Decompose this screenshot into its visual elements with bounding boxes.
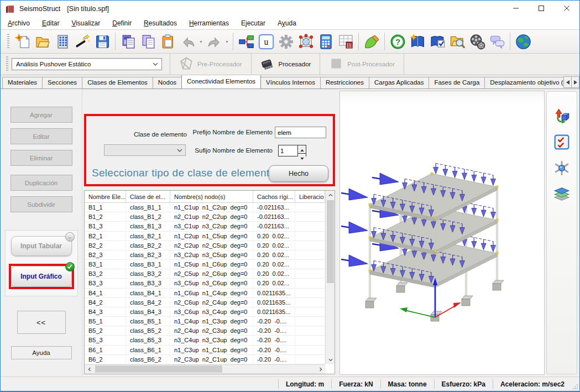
model-viewer-button[interactable] [296, 32, 316, 51]
column-header-nombre-ele[interactable]: Nombre Ele... [85, 191, 126, 202]
verification-book-button[interactable] [427, 32, 447, 51]
settings-gear-button[interactable] [276, 32, 296, 51]
tab-restricciones[interactable]: Restricciones [320, 77, 369, 88]
tab-materiales[interactable]: Materiales [2, 77, 43, 88]
tab-fases-de-carga[interactable]: Fases de Carga [429, 77, 485, 88]
vertical-scrollbar[interactable] [325, 191, 335, 364]
suffix-input[interactable] [279, 145, 297, 156]
spinner-up-button[interactable] [298, 145, 306, 154]
column-header-cachos-rigi[interactable]: Cachos rígi... [253, 191, 295, 202]
undo-button[interactable] [178, 32, 198, 51]
phase-procesador-button[interactable]: Procesador [252, 54, 321, 75]
menu-item-visualizar[interactable]: Visualizar [65, 18, 106, 28]
tab-nodos[interactable]: Nodos [153, 77, 182, 88]
redo-button[interactable] [204, 32, 224, 51]
toolbar-grip[interactable] [7, 34, 9, 49]
tab-scroll-left-button[interactable] [563, 76, 572, 88]
tab-cargas-aplicadas[interactable]: Cargas Aplicadas [369, 77, 430, 88]
data-grid-button[interactable] [336, 32, 356, 51]
agregar-button[interactable]: Agregar [11, 107, 72, 123]
menu-item-definir[interactable]: Definir [106, 18, 138, 28]
tab-scroll-right-button[interactable] [571, 76, 579, 88]
calculator-button[interactable] [316, 32, 336, 51]
phase-pre-procesador-button[interactable]: Pre-Procesador [170, 54, 252, 75]
building-model-button[interactable] [53, 32, 72, 51]
undo-dropdown[interactable]: ▾ [198, 39, 204, 44]
table-row[interactable]: B3_2class_B3_2n2_C5up n2_C6up deg=00.20 … [85, 269, 335, 279]
resize-grip-icon[interactable] [572, 377, 579, 391]
connectivity-button[interactable] [236, 32, 256, 51]
menu-item-resultados[interactable]: Resultados [138, 18, 183, 28]
spinner-down-button[interactable] [298, 154, 306, 161]
node-axes-button[interactable] [552, 159, 571, 178]
table-row[interactable]: B1_2class_B1_2n2_C1up n2_C2up deg=0-0.02… [85, 212, 335, 222]
table-row[interactable]: B4_2class_B4_2n2_C6up n2_C4up deg=00.021… [85, 298, 335, 307]
save-button[interactable] [92, 32, 112, 51]
copy-model-button[interactable] [118, 32, 138, 51]
input-grafico-button[interactable]: Input Gráfico [11, 266, 72, 287]
tab-clases-de-elementos[interactable]: Clases de Elementos [82, 77, 153, 88]
help-button[interactable]: ? [388, 32, 407, 51]
website-globe-button[interactable] [513, 32, 533, 51]
element-class-select[interactable] [104, 144, 186, 156]
units-button[interactable]: u [256, 32, 276, 51]
menu-item-ejecutar[interactable]: Ejecutar [235, 18, 271, 28]
scroll-left-button[interactable] [85, 365, 94, 374]
table-row[interactable]: B6_2class_B6_2n2_C3up n2_C1up deg=0-0.20… [85, 355, 335, 364]
column-header-liberacio[interactable]: Liberacio [295, 191, 325, 202]
table-row[interactable]: B6_1class_B6_1n1_C3up n1_C1up deg=0-0.20… [85, 346, 335, 355]
video-tutorials-button[interactable] [467, 32, 487, 51]
table-row[interactable]: B5_2class_B5_2n2_C4up n2_C3up deg=0-0.20… [85, 326, 335, 336]
table-row[interactable]: B1_3class_B1_3n3_C1up n3_C2up deg=0-0.02… [85, 222, 335, 231]
horizontal-scrollbar[interactable] [85, 364, 325, 374]
title-bar[interactable]: SeismoStruct [Sin título.spf] [1, 1, 579, 17]
layers-button[interactable] [552, 185, 571, 204]
maximize-button[interactable] [529, 1, 554, 17]
scroll-down-button[interactable] [326, 356, 335, 364]
vertical-scroll-thumb[interactable] [327, 200, 334, 283]
menu-item-editar[interactable]: Editar [36, 18, 65, 28]
tab-vinculos-internos[interactable]: Vínculos Internos [260, 77, 321, 88]
table-row[interactable]: B4_1class_B4_1n1_C6up n1_C4up deg=00.021… [85, 289, 335, 298]
redo-dropdown[interactable]: ▾ [224, 39, 230, 44]
viewport-3d[interactable] [339, 91, 545, 375]
menu-item-ayuda[interactable]: Ayuda [271, 18, 302, 28]
table-row[interactable]: B1_1class_B1_1n1_C1up n1_C2up deg=0-0.02… [85, 203, 335, 212]
paste-button[interactable] [158, 32, 178, 51]
minimize-button[interactable] [503, 1, 529, 17]
format-brush-button[interactable] [362, 32, 382, 51]
example-search-button[interactable] [447, 32, 467, 51]
input-tabular-button[interactable]: Input Tabular .. [11, 236, 72, 256]
tab-conectividad-elementos[interactable]: Conectividad Elementos [181, 75, 261, 88]
table-row[interactable]: B2_1class_B2_1n1_C2up n1_C5up deg=00.20 … [85, 232, 335, 241]
analysis-type-select[interactable]: Análisis Pushover Estático [12, 58, 162, 70]
copy-page-button[interactable] [138, 32, 158, 51]
forum-button[interactable] [487, 32, 507, 51]
table-row[interactable]: B3_3class_B3_3n3_C5up n3_C6up deg=00.20 … [85, 279, 335, 288]
menu-item-archivo[interactable]: Archivo [2, 18, 36, 28]
column-header-nombre-s-nodo-s[interactable]: Nombre(s) nodo(s) [170, 191, 253, 202]
scroll-up-button[interactable] [326, 191, 335, 200]
model-3d-view[interactable] [340, 91, 544, 373]
eliminar-button[interactable]: Eliminar [11, 150, 72, 166]
table-row[interactable]: B4_3class_B4_3n3_C6up n3_C4up deg=00.021… [85, 307, 335, 317]
checklist-button[interactable] [552, 133, 571, 152]
column-header-clase-de-el[interactable]: Clase de el... [126, 191, 170, 202]
table-row[interactable]: B2_3class_B2_3n3_C2up n3_C5up deg=00.20 … [85, 250, 335, 260]
tab-secciones[interactable]: Secciones [42, 77, 82, 88]
help-button[interactable]: Ayuda [11, 346, 72, 359]
analysis-bar-grip[interactable] [6, 56, 8, 72]
table-row[interactable]: B5_1class_B5_1n1_C4up n1_C3up deg=0-0.20… [85, 317, 335, 326]
menu-item-herramientas[interactable]: Herramientas [183, 18, 235, 28]
table-row[interactable]: B3_1class_B3_1n1_C5up n1_C6up deg=00.20 … [85, 260, 335, 269]
done-button[interactable]: Hecho [269, 165, 328, 182]
wizard-wand-button[interactable] [72, 32, 92, 51]
scroll-right-button[interactable] [316, 365, 325, 374]
subdividir-button[interactable]: Subdividir [11, 196, 72, 212]
table-row[interactable]: B2_2class_B2_2n2_C2up n2_C5up deg=00.20 … [85, 241, 335, 250]
manual-book-button[interactable] [407, 32, 427, 51]
prefix-input[interactable] [275, 127, 326, 138]
table-row[interactable]: B5_3class_B5_3n3_C4up n3_C3up deg=0-0.20… [85, 336, 335, 345]
loads-display-button[interactable] [552, 107, 571, 126]
open-folder-button[interactable] [33, 32, 53, 51]
